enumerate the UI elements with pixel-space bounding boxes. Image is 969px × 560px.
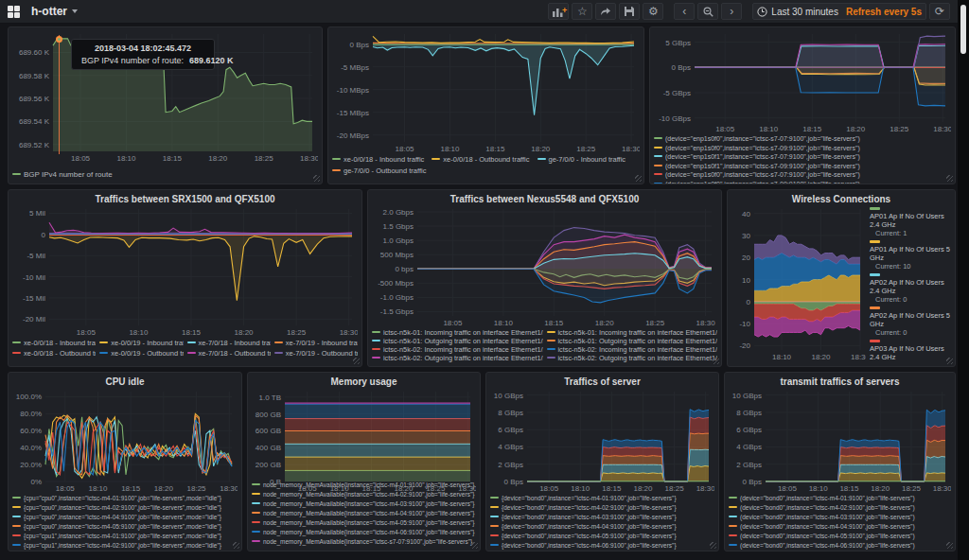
legend-item[interactable]: {device="bond0",instance="ictsc-m4-01:91… xyxy=(490,494,714,503)
legend-item[interactable]: ictsc-n5k-01: Outgoing traffic on interf… xyxy=(372,337,543,345)
srx-qfx-chart[interactable]: 5 Mil0-5 Mil-10 Mil-15 Mil-20 Mil18:0518… xyxy=(12,205,358,338)
panel-resize-handle[interactable] xyxy=(713,358,719,364)
legend-item[interactable]: node_memory_MemAvailable{instance="ictsc… xyxy=(252,509,476,518)
legend-item[interactable]: xe-0/0/19 - Outbound traffic xyxy=(99,348,183,359)
panel-resize-handle[interactable] xyxy=(635,175,642,182)
legend-item[interactable]: ictsc-n5k-01: Outgoing traffic on interf… xyxy=(547,337,718,345)
legend-item[interactable]: (device="enp1s0f0",instance="ictsc-s7-07… xyxy=(654,170,951,180)
legend-item[interactable]: xe-0/0/18 - Inbound traffic xyxy=(12,338,96,348)
panel-title[interactable]: CPU idle xyxy=(12,376,238,388)
panel-title[interactable]: Traffics of server xyxy=(490,376,714,388)
legend-label: ictsc-n5k-02: Outgoing traffic on interf… xyxy=(383,354,543,362)
chart-svg: 0 Bps-5 MBps-10 MBps-15 MBps-20 MBps18:0… xyxy=(332,30,640,154)
panel-title[interactable]: Memory usage xyxy=(252,376,476,388)
legend-item[interactable]: (device="enp1s0f1",instance="ictsc-s7-09… xyxy=(654,162,951,171)
legend-item[interactable]: BGP IPv4 number of route xyxy=(12,167,113,182)
legend-item[interactable]: xe-0/0/19 - Inbound traffic xyxy=(99,338,183,348)
legend-item[interactable]: (device="bond0",instance="ictsc-m4-03:91… xyxy=(729,513,951,522)
legend-item[interactable]: (device="bond0",instance="ictsc-m4-04:91… xyxy=(729,522,951,532)
legend-item[interactable]: {cpu="cpu0",instance="ictsc-m4-04:9100",… xyxy=(12,513,238,522)
scrollbar-thumb[interactable] xyxy=(960,5,966,54)
save-button[interactable] xyxy=(619,3,640,20)
panel-resize-handle[interactable] xyxy=(946,358,953,364)
legend-item[interactable]: ge-7/0/0 - Inbound traffic xyxy=(537,154,626,166)
legend-item[interactable]: (device="bond0",instance="ictsc-m4-01:91… xyxy=(729,494,951,503)
legend-item[interactable]: AP02 Ap If No Of Users 5 GHzCurrent: 0 xyxy=(870,306,951,337)
legend-item[interactable]: (device="enp1s0f1",instance="ictsc-s7-07… xyxy=(654,152,951,162)
memory-usage-chart[interactable]: 1.0 TB800 GB600 GB400 GB200 GB0 B18:0518… xyxy=(252,388,476,494)
legend-item[interactable]: ictsc-n5k-01: Incoming traffic on interf… xyxy=(372,328,543,337)
legend-item[interactable]: AP02 Ap If No Of Users 2.4 GHzCurrent: 0 xyxy=(870,273,951,304)
panel-resize-handle[interactable] xyxy=(353,358,360,364)
legend-item[interactable]: xe-0/0/18 - Inbound traffic xyxy=(332,154,424,166)
legend-item[interactable]: xe-7/0/18 - Inbound traffic xyxy=(187,338,271,348)
legend-item[interactable]: (device="bond0",instance="ictsc-m4-06:91… xyxy=(729,541,951,551)
interface-traffic-chart[interactable]: 0 Bps-5 MBps-10 MBps-15 MBps-20 MBps18:0… xyxy=(332,30,640,154)
panel-resize-handle[interactable] xyxy=(233,542,239,549)
panel-resize-handle[interactable] xyxy=(710,542,716,549)
legend-item[interactable]: node_memory_MemAvailable{instance="ictsc… xyxy=(252,499,476,509)
legend-item[interactable]: {cpu="cpu0",instance="ictsc-m4-01:9100",… xyxy=(12,494,238,503)
legend-item[interactable]: AP03 Ap If No Of Users 2.4 GHzCurrent: 2 xyxy=(870,340,951,362)
panel-resize-handle[interactable] xyxy=(946,175,953,182)
legend-item[interactable]: (device="enp1s0f0",instance="ictsc-s7-09… xyxy=(654,180,951,185)
panel-resize-handle[interactable] xyxy=(946,542,953,549)
panel-resize-handle[interactable] xyxy=(313,175,320,182)
legend-item[interactable]: xe-0/0/18 - Outbound traffic xyxy=(432,154,529,166)
time-forward-button[interactable]: › xyxy=(721,3,742,20)
legend-item[interactable]: {device="bond0",instance="ictsc-m4-03:91… xyxy=(490,513,714,522)
legend-item[interactable]: ge-7/0/0 - Outbound traffic xyxy=(332,166,426,177)
legend-item[interactable]: {cpu="cpu0",instance="ictsc-m4-02:9100",… xyxy=(12,503,238,513)
legend-item[interactable]: {cpu="cpu0",instance="ictsc-m4-05:9100",… xyxy=(12,522,238,532)
legend-item[interactable]: xe-0/0/18 - Outbound traffic xyxy=(12,348,96,359)
nexus-qfx-chart[interactable]: 2.0 Gbps1.5 Gbps1.0 Gbps500 Mbps0 bps-50… xyxy=(372,205,717,328)
page-scrollbar[interactable] xyxy=(958,0,969,560)
grafana-menu-icon[interactable] xyxy=(8,6,20,18)
legend-label: AP01 Ap If No Of Users 5 GHz xyxy=(870,245,951,262)
legend-item[interactable]: node_memory_MemAvailable{instance="ictsc… xyxy=(252,537,476,547)
share-button[interactable] xyxy=(595,3,616,20)
legend-label: (device="enp1s0f0",instance="ictsc-s7-09… xyxy=(665,145,860,151)
legend-item[interactable]: {device="bond0",instance="ictsc-m4-05:91… xyxy=(490,532,714,541)
legend-item[interactable]: ictsc-n5k-02: Outgoing traffic on interf… xyxy=(372,354,543,362)
legend-item[interactable]: {device="bond0",instance="ictsc-m4-02:91… xyxy=(490,503,714,513)
time-range-picker[interactable]: Last 30 minutes Refresh every 5s xyxy=(752,3,926,20)
legend-item[interactable]: ictsc-n5k-01: Incoming traffic on interf… xyxy=(547,328,718,337)
add-panel-button[interactable]: + xyxy=(548,3,569,20)
nic-traffic-chart[interactable]: 5 GBps0 Bps-5 GBps-10 GBps18:0518:1018:1… xyxy=(654,30,951,134)
panel-title[interactable]: Traffics between Nexus5548 and QFX5100 xyxy=(372,193,717,205)
legend-item[interactable]: AP01 Ap If No Of Users 5 GHzCurrent: 10 xyxy=(870,240,951,271)
time-back-button[interactable]: ‹ xyxy=(674,3,695,20)
settings-button[interactable]: ⚙ xyxy=(643,3,663,20)
legend-item[interactable]: {device="bond0",instance="ictsc-m4-04:91… xyxy=(490,522,714,532)
transmit-traffic-chart[interactable]: 10 GBps8 GBps6 GBps4 GBps2 GBps0 Bps18:0… xyxy=(729,388,951,494)
legend-item[interactable]: ictsc-n5k-02: Incoming traffic on interf… xyxy=(372,345,543,354)
legend-item[interactable]: (device="bond0",instance="ictsc-m4-02:91… xyxy=(729,503,951,513)
zoom-out-button[interactable] xyxy=(697,3,718,20)
legend-item[interactable]: ictsc-n5k-02: Incoming traffic on interf… xyxy=(547,345,718,354)
refresh-button[interactable]: ⟳ xyxy=(929,3,950,20)
legend-item[interactable]: {cpu="cpu1",instance="ictsc-m4-02:9100",… xyxy=(12,541,238,551)
star-button[interactable]: ☆ xyxy=(572,3,592,20)
legend-item[interactable]: xe-7/0/19 - Outbound traffic xyxy=(274,348,358,359)
legend-item[interactable]: AP01 Ap If No Of Users 2.4 GHzCurrent: 1 xyxy=(870,207,951,237)
legend-item[interactable]: node_memory_MemAvailable{instance="ictsc… xyxy=(252,518,476,528)
panel-title[interactable]: Wireless Connections xyxy=(731,193,951,205)
legend-item[interactable]: (device="bond0",instance="ictsc-m4-05:91… xyxy=(729,532,951,541)
panel-title[interactable]: transmit traffics of servers xyxy=(729,376,951,388)
legend-item[interactable]: {cpu="cpu1",instance="ictsc-m4-01:9100",… xyxy=(12,532,238,541)
dashboard-picker[interactable]: h-otter xyxy=(27,3,81,20)
legend-item[interactable]: xe-7/0/18 - Outbound traffic xyxy=(187,348,271,359)
legend-item[interactable]: (device="enp1s0f0",instance="ictsc-s7-09… xyxy=(654,144,951,153)
legend-item[interactable]: ictsc-n5k-02: Outgoing traffic on interf… xyxy=(547,354,718,362)
legend-item[interactable]: xe-7/0/19 - Inbound traffic xyxy=(274,338,358,348)
cpu-idle-chart[interactable]: 100.0%80.0%60.0%40.0%20.0%0%18:0518:1018… xyxy=(12,388,238,494)
legend-item[interactable]: (device="enp1s0f0",instance="ictsc-s7-07… xyxy=(654,134,951,144)
legend-item[interactable]: {device="bond0",instance="ictsc-m4-06:91… xyxy=(490,541,714,551)
legend-item[interactable]: node_memory_MemAvailable{instance="ictsc… xyxy=(252,528,476,537)
wireless-chart[interactable]: 403020100-10-2018:1018:2018:30 xyxy=(731,205,866,362)
server-traffic-chart[interactable]: 10 GBps8 GBps6 GBps4 GBps2 GBps0 Bps18:0… xyxy=(490,388,714,494)
panel-title[interactable]: Traffics between SRX1500 and QFX5100 xyxy=(12,193,358,205)
panel-resize-handle[interactable] xyxy=(471,542,478,549)
panel-legend: {cpu="cpu0",instance="ictsc-m4-01:9100",… xyxy=(12,494,238,551)
